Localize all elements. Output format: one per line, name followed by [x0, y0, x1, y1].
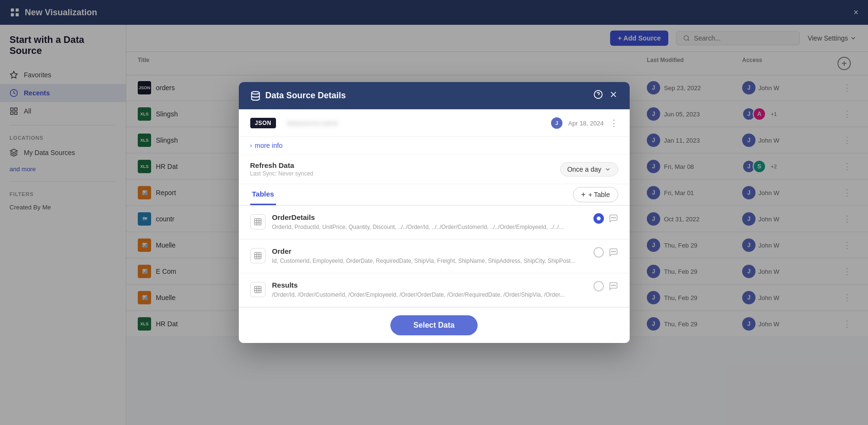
svg-point-24 — [613, 218, 614, 218]
table-item-fields: /Order/Id, /Order/CustomerId, /Order/Emp… — [272, 291, 588, 299]
table-grid-icon — [250, 282, 266, 297]
svg-point-39 — [614, 285, 615, 286]
svg-rect-34 — [255, 286, 261, 293]
comment-icon[interactable] — [609, 214, 618, 223]
table-grid-icon — [250, 214, 266, 229]
comment-icon[interactable] — [609, 281, 618, 291]
source-badge: JSON — [250, 118, 276, 128]
help-circle-icon — [593, 90, 603, 99]
table-item-name: Results — [272, 281, 588, 289]
source-more-button[interactable]: ⋮ — [610, 118, 618, 128]
table-item-orderdetails[interactable]: OrderDetails OrderId, ProductId, UnitPri… — [239, 206, 630, 239]
table-item-fields: Id, CustomerId, EmployeeId, OrderDate, R… — [272, 257, 588, 265]
svg-point-25 — [611, 218, 612, 218]
table-item-results[interactable]: Results /Order/Id, /Order/CustomerId, /O… — [239, 273, 630, 307]
table-item-name: OrderDetails — [272, 213, 588, 221]
svg-point-33 — [611, 251, 612, 252]
svg-point-31 — [614, 251, 615, 252]
table-item-fields: OrderId, ProductId, UnitPrice, Quantity,… — [272, 223, 588, 231]
refresh-sub: Last Sync: Never synced — [250, 170, 314, 177]
comment-icon[interactable] — [609, 248, 618, 257]
source-avatar: J — [551, 117, 562, 129]
table-item-order[interactable]: Order Id, CustomerId, EmployeeId, OrderD… — [239, 239, 630, 273]
modal-title: Data Source Details — [250, 91, 346, 101]
table-select-radio[interactable] — [593, 247, 604, 258]
chevron-right-icon: › — [250, 142, 252, 149]
database-icon — [250, 91, 261, 101]
svg-point-41 — [611, 285, 612, 286]
modal-help-button[interactable] — [593, 90, 603, 102]
source-name: datasource.name — [286, 119, 338, 127]
modal-overlay: Data Source Details JSON dat — [0, 0, 868, 425]
svg-point-40 — [613, 285, 614, 286]
refresh-label: Refresh Data — [250, 161, 314, 169]
svg-point-13 — [251, 92, 259, 94]
source-date: Apr 18, 2024 — [568, 120, 603, 127]
table-select-radio[interactable] — [593, 213, 604, 224]
more-info-row[interactable]: › more info — [239, 137, 630, 155]
modal: Data Source Details JSON dat — [239, 82, 630, 342]
select-data-button[interactable]: Select Data — [390, 315, 477, 335]
refresh-frequency-dropdown[interactable]: Once a day — [560, 162, 618, 176]
svg-point-23 — [614, 218, 615, 218]
add-table-button[interactable]: + + Table — [573, 187, 618, 202]
modal-close-button[interactable] — [609, 90, 618, 102]
table-item-name: Order — [272, 247, 588, 255]
chevron-down-small-icon — [604, 166, 611, 173]
svg-point-32 — [613, 251, 614, 252]
table-select-radio[interactable] — [593, 281, 604, 291]
svg-rect-26 — [255, 252, 261, 259]
close-icon — [609, 90, 618, 99]
table-grid-icon — [250, 248, 266, 263]
tab-tables[interactable]: Tables — [250, 184, 276, 205]
add-table-label: + Table — [588, 191, 610, 198]
svg-rect-18 — [255, 219, 261, 226]
